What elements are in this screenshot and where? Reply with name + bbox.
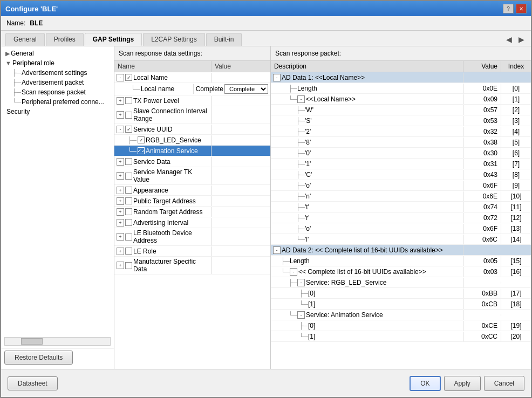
expand-btn[interactable]: +	[117, 219, 124, 227]
expand-btn[interactable]: -	[290, 268, 297, 276]
middle-cell-name: - Service UUID	[114, 125, 212, 134]
expand-btn[interactable]: -	[273, 246, 281, 254]
tree-item-adv-packet[interactable]: ├─Advertisement packet	[1, 78, 114, 87]
expand-btn[interactable]: -	[297, 95, 305, 103]
horizontal-scrollbar[interactable]	[4, 337, 111, 346]
tree-connector: ├─	[288, 85, 297, 92]
help-button[interactable]: ?	[503, 4, 514, 13]
checkbox[interactable]: ✓	[138, 147, 145, 154]
checkbox[interactable]	[125, 112, 132, 119]
middle-row-local-name-child[interactable]: └─ Local name Complete Complete Shortene…	[114, 83, 270, 95]
checkbox[interactable]	[125, 158, 132, 165]
middle-row-adv-interval[interactable]: + Advertising Interval	[114, 217, 270, 228]
right-row-ad1-header[interactable]: - AD Data 1: <<Local Name>>	[271, 72, 531, 83]
middle-row-service-data[interactable]: + Service Data	[114, 156, 270, 167]
close-button[interactable]: ✕	[516, 4, 527, 13]
local-name-type-dropdown[interactable]: Complete Shortened	[224, 84, 268, 94]
middle-row-tx-power[interactable]: + TX Power Level	[114, 95, 270, 106]
checkbox[interactable]	[125, 234, 132, 241]
middle-row-manufacturer[interactable]: + Manufacturer Specific Data	[114, 257, 270, 275]
expand-btn[interactable]: +	[117, 248, 124, 255]
tree-item-security[interactable]: Security	[1, 107, 114, 116]
right-cell-desc: ├─'t'	[271, 202, 463, 212]
checkbox[interactable]	[125, 262, 132, 269]
middle-row-public-target[interactable]: + Public Target Address	[114, 196, 270, 207]
middle-row-le-role[interactable]: + LE Role	[114, 246, 270, 257]
tree-connector: ├─	[288, 279, 297, 286]
tree-item-scan-response[interactable]: ├─Scan response packet	[1, 87, 114, 97]
right-row-char-c: ├─'C' 0x43 [8]	[271, 169, 531, 180]
checkbox[interactable]	[125, 187, 132, 194]
next-tab-button[interactable]: ▶	[516, 34, 527, 45]
middle-cell-value	[212, 100, 270, 102]
expand-btn[interactable]: +	[117, 97, 124, 105]
datasheet-button[interactable]: Datasheet	[8, 376, 58, 390]
expand-btn[interactable]: +	[117, 197, 124, 205]
expand-btn[interactable]: +	[117, 111, 124, 119]
tab-general[interactable]: General	[5, 33, 45, 46]
tab-profiles[interactable]: Profiles	[46, 33, 84, 46]
expand-btn[interactable]: -	[297, 279, 305, 286]
expand-btn[interactable]: +	[117, 233, 124, 241]
tree-connector: └─	[281, 268, 290, 276]
right-row-ad2-header[interactable]: - AD Data 2: << Complete list of 16-bit …	[271, 245, 531, 256]
expand-btn[interactable]: +	[117, 187, 124, 194]
middle-row-rgb-led[interactable]: ├─ RGB_LED_Service	[114, 135, 270, 146]
tab-builtin[interactable]: Built-in	[206, 33, 242, 46]
right-row-char-s: ├─'S' 0x53 [3]	[271, 115, 531, 126]
apply-button[interactable]: Apply	[444, 376, 481, 391]
cancel-button[interactable]: Cancel	[484, 376, 524, 391]
checkbox[interactable]	[138, 136, 145, 143]
tabs-row: General Profiles GAP Settings L2CAP Sett…	[1, 31, 531, 46]
right-cell-desc: └─ - <<Local Name>>	[271, 94, 463, 104]
right-cell-desc: ├─'o'	[271, 224, 463, 234]
middle-row-le-bt-addr[interactable]: + LE Bluetooth Device Address	[114, 228, 270, 246]
right-row-char-o2: ├─'o' 0x6F [13]	[271, 223, 531, 234]
right-cell-value: 0x43	[463, 170, 501, 180]
middle-row-appearance[interactable]: + Appearance	[114, 185, 270, 196]
row-label: '2'	[305, 128, 311, 135]
restore-defaults-button[interactable]: Restore Defaults	[4, 351, 73, 365]
tree-item-peripheral-role[interactable]: ▼Peripheral role	[1, 58, 114, 68]
checkbox[interactable]	[125, 248, 132, 255]
right-cell-index: [2]	[501, 105, 531, 115]
tree-item-adv-settings[interactable]: ├─Advertisement settings	[1, 68, 114, 78]
right-row-char-n: ├─'n' 0x6E [10]	[271, 191, 531, 202]
middle-row-slave-conn[interactable]: + Slave Connection Interval Range	[114, 106, 270, 124]
expand-btn[interactable]: -	[273, 74, 281, 81]
checkbox[interactable]	[125, 97, 132, 104]
checkbox[interactable]	[125, 74, 132, 81]
tree-item-general[interactable]: ▶General	[1, 49, 114, 58]
tree-connector: ├─	[127, 136, 137, 144]
expand-btn[interactable]: -	[297, 311, 305, 319]
middle-cell-value[interactable]: Complete Complete Shortened	[194, 83, 270, 95]
right-cell-value: 0x30	[463, 148, 501, 158]
middle-row-service-mgr-tk[interactable]: + Service Manager TK Value	[114, 167, 270, 185]
checkbox[interactable]	[125, 219, 132, 226]
expand-btn[interactable]: +	[117, 262, 124, 269]
tabs-nav: ◀ ▶	[504, 34, 527, 45]
tree-connector: └─	[299, 333, 308, 340]
expand-btn[interactable]: -	[117, 126, 124, 133]
ok-button[interactable]: OK	[410, 376, 440, 391]
middle-row-local-name[interactable]: - Local Name	[114, 72, 270, 83]
checkbox[interactable]	[125, 173, 132, 180]
expand-btn[interactable]: +	[117, 158, 124, 166]
tab-l2cap-settings[interactable]: L2CAP Settings	[143, 33, 205, 46]
checkbox[interactable]	[125, 197, 132, 204]
middle-row-service-uuid[interactable]: - Service UUID	[114, 124, 270, 135]
checkbox[interactable]	[125, 208, 132, 215]
middle-row-random-target[interactable]: + Random Target Address	[114, 207, 270, 217]
expand-btn[interactable]: -	[117, 74, 124, 81]
expand-btn[interactable]: +	[117, 172, 124, 180]
tab-gap-settings[interactable]: GAP Settings	[85, 33, 142, 46]
middle-cell-name: + Public Target Address	[114, 196, 212, 206]
tree-connector: ├─	[296, 203, 305, 211]
tree-item-peripheral-pref[interactable]: └─Peripheral preferred conne...	[1, 97, 114, 107]
prev-tab-button[interactable]: ◀	[504, 34, 514, 45]
expand-btn[interactable]: +	[117, 208, 124, 216]
middle-row-animation-service[interactable]: └─ ✓ Animation Service	[114, 146, 270, 156]
row-label: Public Target Address	[133, 197, 196, 205]
right-row-char-8: ├─'8' 0x38 [5]	[271, 137, 531, 148]
checkbox[interactable]	[125, 126, 132, 133]
